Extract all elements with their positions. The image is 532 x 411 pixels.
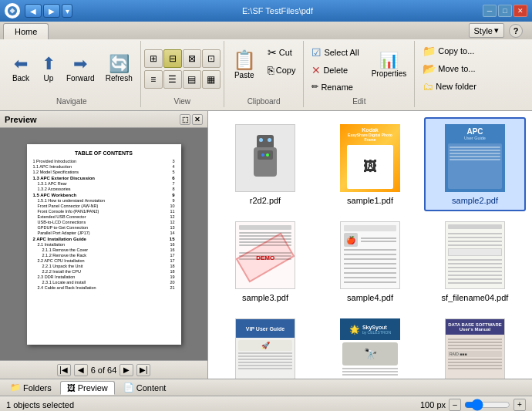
clipboard-buttons: 📋 Paste ✂ Cut ⎘ Copy (227, 42, 301, 96)
copy-button[interactable]: ⎘ Copy (263, 62, 301, 79)
file-browser: r2d2.pdf Kodak EasyShare Digital Photo F… (208, 111, 532, 379)
pdf-document-preview: TABLE OF CONTENTS 1 Provided Introductio… (27, 144, 181, 345)
view-largeicons-btn[interactable]: ⊟ (163, 49, 182, 68)
preview-pane: Preview ⬚ ✕ TABLE OF CONTENTS 1 Provided… (0, 111, 208, 379)
file-grid: r2d2.pdf Kodak EasyShare Digital Photo F… (208, 111, 532, 379)
file-thumb-sample4: 🍎 (339, 221, 401, 290)
view-icons-row2: ≡ ☰ ▤ ▦ (144, 70, 221, 89)
ribbon-content: ⬅ Back ⬆ Up ➡ Forward 🔄 Refresh Navigate (0, 39, 532, 110)
style-dropdown-icon: ▾ (494, 25, 499, 35)
properties-icon: 📊 (379, 52, 399, 68)
app-icon (5, 3, 20, 19)
zoom-plus-button[interactable]: + (513, 399, 526, 411)
copy-to-icon: 📁 (423, 45, 436, 57)
select-delete-group: ☑ Select All ✕ Delete ✏ Rename (307, 44, 363, 94)
up-button[interactable]: ⬆ Up (37, 48, 60, 91)
edit-group-label: Edit (352, 96, 365, 106)
view-details-btn[interactable]: ☰ (163, 70, 182, 89)
view-tiles-btn[interactable]: ▤ (183, 70, 201, 89)
title-forward-btn[interactable]: ▶ (43, 4, 60, 18)
properties-button[interactable]: 📊 Properties (367, 44, 412, 87)
main-area: Preview ⬚ ✕ TABLE OF CONTENTS 1 Provided… (0, 111, 532, 379)
view-list-btn[interactable]: ≡ (144, 70, 163, 89)
up-icon: ⬆ (42, 56, 56, 72)
view-smallicons-btn[interactable]: ⊡ (202, 49, 221, 68)
preview-prev-btn[interactable]: ◀ (74, 364, 88, 376)
tab-content[interactable]: 📄 Content (116, 380, 173, 395)
view-mediumicons-btn[interactable]: ⊠ (183, 49, 201, 68)
forward-button[interactable]: ➡ Forward (62, 48, 99, 91)
file-item-sf04[interactable]: sf_filename04.pdf (424, 214, 526, 308)
forward-icon: ➡ (73, 56, 87, 72)
zoom-slider[interactable] (464, 399, 510, 410)
refresh-icon: 🔄 (109, 56, 130, 72)
file-item-ss59[interactable]: DATA BASE SOFTWAREUser's Manual RAID ■■■ (424, 312, 526, 379)
cut-button[interactable]: ✂ Cut (263, 44, 301, 61)
cut-icon: ✂ (268, 46, 277, 59)
file-thumb-sample2: APC User Guide (444, 123, 506, 193)
preview-next-btn[interactable]: ▶ (120, 364, 133, 376)
new-folder-button[interactable]: 🗂 New folder (418, 78, 481, 95)
rename-button[interactable]: ✏ Rename (307, 79, 363, 94)
tab-folders[interactable]: 📁 Folders (3, 380, 59, 395)
copy-icon: ⎘ (268, 64, 274, 76)
clipboard-group-label: Clipboard (247, 96, 281, 106)
paste-button[interactable]: 📋 Paste (227, 44, 261, 87)
delete-button[interactable]: ✕ Delete (307, 62, 363, 79)
file-item-sample3[interactable]: DEMO sample3.pdf (214, 214, 316, 308)
preview-close-btn[interactable]: ✕ (192, 114, 203, 125)
back-icon: ⬅ (14, 56, 28, 72)
view-icons-row1: ⊞ ⊟ ⊠ ⊡ (144, 49, 221, 68)
file-item-sample4[interactable]: 🍎 (319, 214, 421, 308)
title-back-btn[interactable]: ◀ (25, 4, 42, 18)
zoom-minus-button[interactable]: – (449, 399, 461, 411)
title-dropdown-btn[interactable]: ▾ (62, 4, 72, 18)
tab-home[interactable]: Home (3, 23, 49, 39)
preview-tab-icon: 🖼 (67, 383, 76, 392)
help-button[interactable]: ? (509, 24, 523, 38)
ribbon-group-clipboard: 📋 Paste ✂ Cut ⎘ Copy Clipboard (224, 41, 305, 107)
file-name-sample1: sample1.pdf (347, 196, 393, 205)
rename-icon: ✏ (311, 82, 318, 92)
preview-last-btn[interactable]: ▶| (136, 364, 150, 376)
select-all-icon: ☑ (311, 46, 322, 59)
move-to-icon: 📂 (423, 62, 436, 75)
move-to-button[interactable]: 📂 Move to... (418, 60, 481, 77)
cut-copy-group: ✂ Cut ⎘ Copy (263, 44, 301, 79)
view-extralargeicons-btn[interactable]: ⊞ (144, 49, 163, 68)
file-item-sample2[interactable]: APC User Guide sample2.pdf (424, 117, 526, 211)
navigate-buttons: ⬅ Back ⬆ Up ➡ Forward 🔄 Refresh (6, 42, 137, 96)
window-title: E:\SF TestFiles\pdf (72, 6, 483, 15)
title-bar: ◀ ▶ ▾ E:\SF TestFiles\pdf ─ □ ✕ (0, 0, 532, 22)
tab-preview[interactable]: 🖼 Preview (60, 381, 115, 395)
preview-restore-btn[interactable]: ⬚ (180, 114, 190, 125)
preview-title: Preview (5, 115, 37, 124)
preview-first-btn[interactable]: |◀ (57, 364, 71, 376)
view-content-btn[interactable]: ▦ (202, 70, 221, 89)
back-button[interactable]: ⬅ Back (6, 48, 35, 91)
file-name-sample4: sample4.pdf (347, 293, 393, 302)
title-bar-left: ◀ ▶ ▾ (5, 3, 72, 19)
status-selected: 1 objects selected (6, 400, 74, 409)
file-item-shuttle[interactable]: VIP User Guide 🚀 (214, 312, 316, 379)
new-folder-icon: 🗂 (423, 80, 433, 93)
preview-tab-label: Preview (78, 383, 108, 392)
file-thumb-sf04 (444, 221, 506, 290)
minimize-button[interactable]: ─ (483, 5, 497, 17)
ribbon-group-navigate: ⬅ Back ⬆ Up ➡ Forward 🔄 Refresh Navigate (3, 41, 141, 107)
style-button[interactable]: Style ▾ (469, 23, 504, 38)
file-item-sample1[interactable]: Kodak EasyShare Digital Photo Frame 🖼 sa… (319, 117, 421, 211)
paste-icon: 📋 (233, 51, 256, 69)
file-thumb-ss59: DATA BASE SOFTWAREUser's Manual RAID ■■■ (444, 318, 506, 379)
copy-to-button[interactable]: 📁 Copy to... (418, 42, 481, 59)
file-item-skyscout[interactable]: 🌟 SkySyout by CELESTRON 🔭 (319, 312, 421, 379)
file-name-sample2: sample2.pdf (452, 196, 498, 205)
preview-content: TABLE OF CONTENTS 1 Provided Introductio… (0, 128, 207, 360)
file-item-r2d2[interactable]: r2d2.pdf (214, 117, 316, 211)
close-button[interactable]: ✕ (513, 5, 527, 17)
view-group-label: View (173, 96, 190, 106)
organize-buttons: 📁 Copy to... 📂 Move to... 🗂 New folder (418, 42, 481, 104)
select-all-button[interactable]: ☑ Select All (307, 44, 363, 61)
refresh-button[interactable]: 🔄 Refresh (101, 48, 137, 91)
maximize-button[interactable]: □ (498, 5, 512, 17)
